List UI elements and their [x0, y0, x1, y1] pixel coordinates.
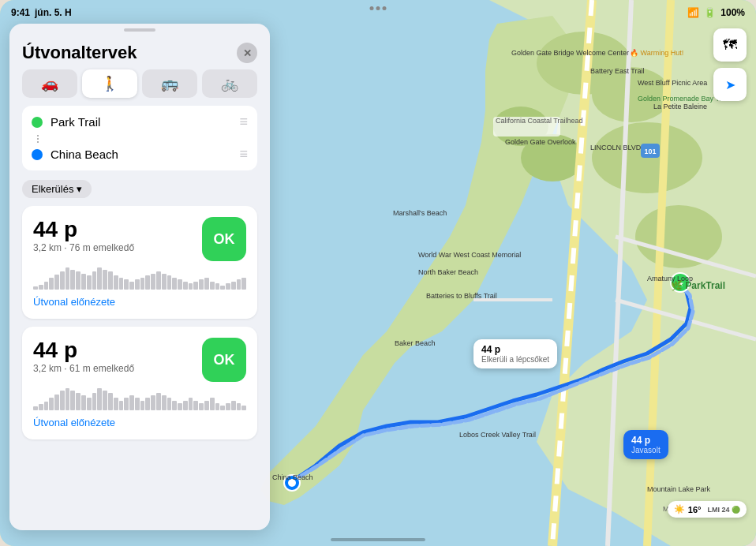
elevation-bar	[226, 283, 230, 290]
elevation-bar	[70, 391, 75, 410]
elevation-bar	[151, 395, 155, 410]
elevation-bar	[81, 395, 86, 410]
elevation-bar	[60, 271, 65, 290]
elevation-bar	[241, 406, 246, 410]
elevation-bar	[178, 403, 182, 410]
route-callout-1[interactable]: 44 p Elkerüli a lépcsőket	[473, 339, 557, 368]
elevation-bar	[156, 393, 161, 410]
svg-text:101: 101	[644, 148, 656, 155]
close-button[interactable]: ✕	[237, 43, 257, 63]
elevation-bar	[145, 275, 150, 290]
route-1-ok-button[interactable]: OK	[202, 217, 246, 261]
elevation-bar	[76, 393, 80, 410]
elevation-bar	[199, 403, 204, 410]
transport-tab-car[interactable]: 🚗	[22, 69, 77, 98]
weather-badge: ☀️ 16° LMI 24 🟢	[668, 501, 747, 518]
elevation-bar	[54, 395, 59, 410]
elevation-bar	[81, 274, 86, 290]
route-callout-suggested[interactable]: 44 p Javasolt	[623, 430, 668, 459]
elevation-bar	[231, 282, 236, 290]
elevation-bar	[108, 393, 113, 410]
route-card-2: 44 p 3,2 km · 61 m emelkedő OK Útvonal e…	[22, 327, 257, 439]
elevation-bar	[215, 283, 220, 290]
elevation-bar	[193, 401, 198, 410]
elevation-bar	[97, 388, 102, 410]
elevation-bar	[162, 274, 167, 290]
elevation-bar	[178, 279, 182, 290]
elevation-bar	[215, 403, 220, 410]
elevation-bar	[39, 285, 43, 290]
map-button-group: 🗺 ➤	[713, 28, 747, 101]
callout-1-time: 44 p	[481, 344, 500, 355]
origin-reorder-icon[interactable]: ≡	[239, 114, 248, 130]
elevation-bar	[135, 398, 140, 410]
elevation-bar	[237, 403, 241, 410]
sidebar-panel: Útvonaltervek ✕ 🚗 🚶 🚌 🚲 Park Trail ≡ Chi…	[9, 24, 270, 530]
battery-level: 100%	[720, 7, 745, 18]
transport-tab-walk[interactable]: 🚶	[82, 69, 137, 98]
avoidance-row: Elkerülés ▾	[9, 177, 270, 206]
elevation-bar	[103, 270, 107, 290]
avoidance-button[interactable]: Elkerülés ▾	[22, 180, 92, 198]
route-2-preview-link[interactable]: Útvonal előnézete	[33, 417, 246, 428]
elevation-bar	[189, 398, 193, 410]
route-1-time: 44 p	[33, 217, 134, 242]
location-button[interactable]: ➤	[713, 68, 747, 101]
elevation-bar	[193, 282, 198, 290]
elevation-bar	[103, 391, 107, 410]
svg-text:★: ★	[677, 279, 684, 288]
elevation-bar	[129, 395, 134, 410]
elevation-bar	[119, 401, 124, 410]
elevation-bar	[172, 401, 177, 410]
elevation-bar	[129, 282, 134, 290]
elevation-bar	[167, 275, 172, 290]
elevation-bar	[44, 282, 49, 290]
status-time: 9:41	[11, 7, 30, 18]
home-indicator	[331, 538, 425, 541]
origin-name: Park Trail	[51, 115, 231, 129]
elevation-bar	[189, 283, 193, 290]
elevation-bar	[140, 278, 145, 290]
battery-icon: 🔋	[704, 7, 716, 18]
elevation-bar	[204, 401, 209, 410]
map-view-button[interactable]: 🗺	[713, 28, 747, 62]
svg-rect-20	[493, 117, 560, 136]
elevation-bar	[156, 271, 161, 290]
route-1-header: 44 p 3,2 km · 76 m emelkedő OK	[33, 217, 246, 261]
elevation-bar	[183, 282, 188, 290]
elevation-bar	[65, 267, 70, 290]
route-2-ok-button[interactable]: OK	[202, 338, 246, 382]
elevation-bar	[204, 278, 209, 290]
elevation-bar	[140, 401, 145, 410]
elevation-bar	[49, 278, 54, 290]
elevation-bar	[124, 398, 129, 410]
transport-tab-bike[interactable]: 🚲	[202, 69, 257, 98]
waypoints-container: Park Trail ≡ China Beach ≡	[22, 106, 257, 170]
elevation-bar	[241, 278, 246, 290]
chevron-down-icon: ▾	[77, 183, 82, 195]
weather-lmi: LMI 24 🟢	[707, 506, 740, 514]
elevation-bar	[70, 270, 75, 290]
transport-tab-transit[interactable]: 🚌	[142, 69, 197, 98]
wifi-icon: 📶	[687, 7, 699, 18]
elevation-bar	[151, 274, 155, 290]
route-1-preview-link[interactable]: Útvonal előnézete	[33, 296, 246, 308]
elevation-bar	[108, 271, 113, 290]
destination-reorder-icon[interactable]: ≡	[239, 146, 248, 163]
elevation-bar	[210, 398, 215, 410]
svg-point-4	[635, 205, 722, 268]
elevation-bar	[199, 279, 204, 290]
elevation-bar	[87, 275, 92, 290]
avoidance-label: Elkerülés	[32, 183, 73, 195]
elevation-bar	[145, 398, 150, 410]
route-card-1: 44 p 3,2 km · 76 m emelkedő OK Útvonal e…	[22, 206, 257, 319]
destination-name: China Beach	[51, 148, 231, 161]
elevation-bar	[135, 279, 140, 290]
elevation-bar	[114, 275, 118, 290]
routes-container: 44 p 3,2 km · 76 m emelkedő OK Útvonal e…	[9, 206, 270, 530]
route-2-details: 3,2 km · 61 m emelkedő	[33, 363, 134, 374]
route-1-elevation	[33, 266, 246, 290]
elevation-bar	[167, 398, 172, 410]
destination-dot	[32, 149, 43, 160]
elevation-bar	[33, 406, 38, 410]
